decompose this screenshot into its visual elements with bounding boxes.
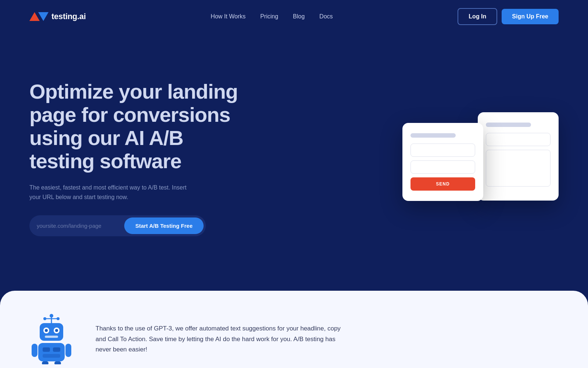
robot-icon <box>29 313 74 366</box>
nav-buttons: Log In Sign Up Free <box>458 8 559 25</box>
nav-links: How It Works Pricing Blog Docs <box>211 13 333 20</box>
svg-rect-17 <box>65 344 71 357</box>
logo-link[interactable]: testing.ai <box>29 12 86 21</box>
svg-point-9 <box>45 329 48 332</box>
nav-how-it-works[interactable]: How It Works <box>211 13 245 20</box>
signup-button[interactable]: Sign Up Free <box>502 9 559 24</box>
svg-rect-6 <box>40 323 63 341</box>
svg-point-3 <box>43 317 46 320</box>
logo-text: testing.ai <box>51 12 86 21</box>
hero-section: Optimize your landing page for conversio… <box>0 33 588 291</box>
navbar: testing.ai How It Works Pricing Blog Doc… <box>0 0 588 33</box>
card-a-input1 <box>410 144 475 157</box>
nav-blog[interactable]: Blog <box>293 13 305 20</box>
svg-rect-19 <box>54 361 61 364</box>
svg-point-10 <box>55 329 58 332</box>
logo-icon <box>29 12 49 21</box>
bottom-section: Thanks to the use of GPT-3, we offer aut… <box>0 291 588 368</box>
svg-rect-15 <box>43 354 60 358</box>
card-a-send-button: SEND <box>410 177 475 191</box>
card-b-input1 <box>486 133 551 146</box>
svg-rect-16 <box>32 344 37 357</box>
svg-point-1 <box>50 314 53 318</box>
ab-card-b <box>478 112 559 201</box>
svg-rect-18 <box>42 361 49 364</box>
bottom-description: Thanks to the use of GPT-3, we offer aut… <box>96 323 345 355</box>
card-b-bar <box>486 123 531 127</box>
card-a-input2 <box>410 160 475 174</box>
hero-input-row: Start A/B Testing Free <box>29 215 206 236</box>
login-button[interactable]: Log In <box>458 8 497 25</box>
nav-docs[interactable]: Docs <box>319 13 333 20</box>
svg-rect-11 <box>45 336 58 338</box>
card-b-textarea <box>486 150 551 187</box>
start-testing-button[interactable]: Start A/B Testing Free <box>124 217 204 234</box>
hero-subtitle: The easiest, fastest and most efficient … <box>29 183 191 202</box>
hero-left: Optimize your landing page for conversio… <box>29 80 250 236</box>
nav-pricing[interactable]: Pricing <box>260 13 278 20</box>
logo-triangle-blue <box>38 12 49 21</box>
svg-rect-14 <box>53 347 60 352</box>
svg-point-5 <box>57 317 60 320</box>
ab-card-a: SEND <box>402 123 483 201</box>
hero-right: SEND <box>402 123 559 201</box>
url-input[interactable] <box>37 219 124 233</box>
svg-rect-12 <box>38 343 65 361</box>
card-a-bar <box>410 133 456 138</box>
hero-title: Optimize your landing page for conversio… <box>29 80 250 173</box>
svg-rect-13 <box>43 347 50 352</box>
